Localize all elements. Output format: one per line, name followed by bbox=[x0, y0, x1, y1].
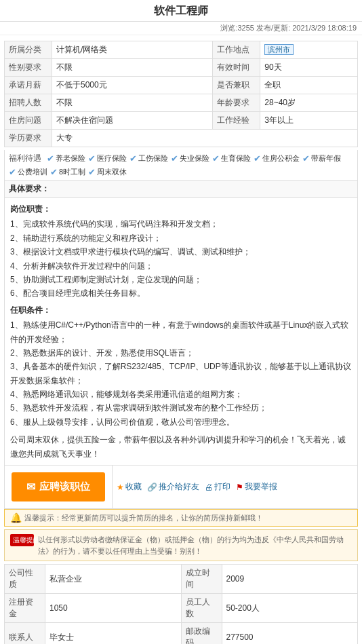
welfare-item-9: ✔周末双休 bbox=[88, 167, 127, 177]
gender-label: 性别要求 bbox=[5, 59, 52, 77]
company-capital-value: 1050 bbox=[45, 594, 182, 623]
age-label: 年龄要求 bbox=[213, 94, 260, 112]
company-contact-value: 毕女士 bbox=[45, 623, 182, 644]
report-link[interactable]: ⚑ 我要举报 bbox=[236, 481, 277, 493]
job-note: 公司周末双休，提供五险一金，带薪年假以及各种外训/内训提升和学习的机会！飞天着光… bbox=[10, 433, 352, 461]
company-founded-label: 成立时间 bbox=[181, 565, 222, 594]
check-icon-4: ✔ bbox=[212, 153, 220, 164]
browse-info: 浏览:3255 发布/更新: 2021/3/29 18:08:19 bbox=[0, 22, 362, 35]
headcount-value: 不限 bbox=[52, 94, 213, 112]
experience-value: 3年以上 bbox=[260, 112, 358, 130]
flag-icon: ⚑ bbox=[236, 482, 243, 492]
check-icon-2: ✔ bbox=[129, 153, 137, 164]
check-icon-5: ✔ bbox=[254, 153, 261, 164]
skill-1: 2、熟悉数据库的设计、开发，熟悉使用SQL语言； bbox=[10, 346, 352, 360]
duty-5: 6、配合项目经理完成相关任务目标。 bbox=[10, 286, 352, 300]
company-info-table: 公司性质 私营企业 成立时间 2009 注册资金 1050 员工人数 50-20… bbox=[4, 564, 358, 644]
welfare-item-8: ✔8时工制 bbox=[50, 167, 85, 177]
education-label: 学历要求 bbox=[5, 130, 52, 147]
company-size-label: 员工人数 bbox=[181, 594, 222, 623]
company-zip-label: 邮政编码 bbox=[181, 623, 222, 644]
star-icon: ★ bbox=[117, 482, 124, 492]
job-info-table: 所属分类 计算机/网络类 工作地点 滨州市 性别要求 不限 有效时间 90天 承… bbox=[4, 41, 358, 147]
welfare-item-0: ✔养老保险 bbox=[47, 153, 85, 164]
salary-value: 不低于5000元 bbox=[52, 77, 213, 94]
requirements-title: 具体要求： bbox=[4, 181, 358, 198]
page-title: 软件工程师 bbox=[0, 0, 362, 22]
welfare-item-6: ✔带薪年假 bbox=[302, 153, 341, 164]
skill-2: 3、具备基本的硬件知识，了解RS232/485、TCP/IP、UDP等通讯协议，… bbox=[10, 360, 352, 387]
skill-0: 1、熟练使用C#/C++/Python语言中的一种，有意于windows的桌面软… bbox=[10, 318, 352, 346]
welfare-item-2: ✔工伤保险 bbox=[129, 153, 168, 164]
check-icon-7: ✔ bbox=[9, 167, 16, 177]
work-location-label: 工作地点 bbox=[213, 41, 260, 59]
tip-text: 温馨提示：经常更新简历可以提升简历的排名，让你的简历保持新鲜哦！ bbox=[24, 513, 263, 523]
apply-button[interactable]: ✉ 应聘该职位 bbox=[12, 472, 105, 501]
housing-value: 不解决住宿问题 bbox=[52, 112, 213, 130]
requirements-content: 岗位职责： 1、完成软件系统代码的实现，编写代码注释和开发文档； 2、辅助进行系… bbox=[4, 198, 358, 466]
check-icon-0: ✔ bbox=[47, 153, 54, 164]
category-label: 所属分类 bbox=[5, 41, 52, 59]
duty-4: 5、协助测试工程师制定测试计划，定位发现的问题； bbox=[10, 273, 352, 286]
check-icon-8: ✔ bbox=[50, 167, 58, 177]
skill-4: 5、熟悉软件开发流程，有从需求调研到软件测试发布的整个工作经历； bbox=[10, 401, 352, 415]
duties-title: 岗位职责： bbox=[10, 202, 352, 216]
tip-bar: 🔔 温馨提示：经常更新简历可以提升简历的排名，让你的简历保持新鲜哦！ bbox=[4, 509, 358, 527]
company-zip-value: 277500 bbox=[222, 623, 358, 644]
company-founded-value: 2009 bbox=[222, 565, 358, 594]
headcount-label: 招聘人数 bbox=[5, 94, 52, 112]
welfare-item-7: ✔公费培训 bbox=[9, 167, 47, 177]
company-capital-label: 注册资金 bbox=[5, 594, 45, 623]
duty-1: 2、辅助进行系统的功能定义和程序设计； bbox=[10, 231, 352, 245]
gender-value: 不限 bbox=[52, 59, 213, 77]
age-value: 28~40岁 bbox=[260, 94, 358, 112]
work-location-tag: 滨州市 bbox=[264, 44, 294, 55]
share-link[interactable]: 🔗 推介给好友 bbox=[147, 481, 199, 493]
duty-3: 4、分析并解决软件开发过程中的问题； bbox=[10, 259, 352, 273]
warn-text: 以任何形式以劳动者缴纳保证金（物）或抵押金（物）的行为均为违反《中华人民共和国劳… bbox=[38, 534, 352, 556]
welfare-item-4: ✔生育保险 bbox=[212, 153, 251, 164]
print-link[interactable]: 🖨 打印 bbox=[205, 481, 230, 493]
skill-5: 6、服从上级领导安排，认同公司价值观，敬从公司管理理念。 bbox=[10, 415, 352, 429]
check-icon-6: ✔ bbox=[302, 153, 310, 164]
experience-label: 工作经验 bbox=[213, 112, 260, 130]
skills-title: 任职条件： bbox=[10, 303, 352, 317]
check-icon-1: ✔ bbox=[88, 153, 96, 164]
welfare-item-5: ✔住房公积金 bbox=[254, 153, 300, 164]
welfare-item-3: ✔失业保险 bbox=[171, 153, 209, 164]
education-value: 大专 bbox=[52, 130, 358, 147]
share-icon: 🔗 bbox=[147, 482, 157, 492]
collect-link[interactable]: ★ 收藏 bbox=[117, 481, 142, 493]
envelope-icon: ✉ bbox=[26, 480, 35, 493]
work-type-label: 是否兼职 bbox=[213, 77, 260, 94]
print-icon: 🖨 bbox=[205, 482, 213, 492]
valid-days-label: 有效时间 bbox=[213, 59, 260, 77]
welfare-row: 福利待遇 ✔养老保险 ✔医疗保险 ✔工伤保险 ✔失业保险 ✔生育保险 ✔住房公积… bbox=[4, 150, 358, 181]
skill-3: 4、熟悉网络通讯知识，能够规划各类采用通讯信道的组网方案； bbox=[10, 387, 352, 401]
duty-2: 3、根据设计文档或甲求进行模块代码的编写、调试、测试和维护； bbox=[10, 245, 352, 259]
category-value: 计算机/网络类 bbox=[52, 41, 213, 59]
check-icon-9: ✔ bbox=[88, 167, 96, 177]
welfare-label: 福利待遇 bbox=[9, 153, 41, 164]
warn-icon: 温馨提醒 bbox=[10, 534, 34, 546]
work-location-value: 滨州市 bbox=[260, 41, 358, 59]
duty-0: 1、完成软件系统代码的实现，编写代码注释和开发文档； bbox=[10, 217, 352, 231]
valid-days-value: 90天 bbox=[260, 59, 358, 77]
housing-label: 住房问题 bbox=[5, 112, 52, 130]
work-type-value: 全职 bbox=[260, 77, 358, 94]
salary-label: 承诺月薪 bbox=[5, 77, 52, 94]
company-nature-label: 公司性质 bbox=[5, 565, 45, 594]
company-contact-label: 联系人 bbox=[5, 623, 45, 644]
alert-icon: 🔔 bbox=[10, 512, 22, 523]
warning-block: 温馨提醒 以任何形式以劳动者缴纳保证金（物）或抵押金（物）的行为均为违反《中华人… bbox=[4, 529, 358, 561]
company-size-value: 50-200人 bbox=[222, 594, 358, 623]
check-icon-3: ✔ bbox=[171, 153, 178, 164]
welfare-item-1: ✔医疗保险 bbox=[88, 153, 127, 164]
company-nature-value: 私营企业 bbox=[45, 565, 182, 594]
